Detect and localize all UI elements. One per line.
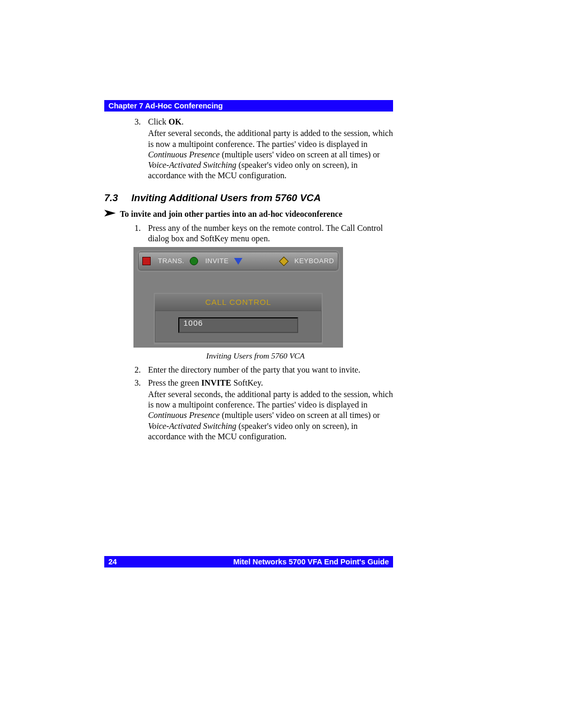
paragraph: After several seconds, the additional pa… [148, 389, 393, 442]
paragraph: After several seconds, the additional pa… [148, 128, 393, 181]
item-number: 3. [134, 378, 148, 442]
text: After several seconds, the additional pa… [148, 129, 393, 149]
section-number: 7.3 [104, 192, 131, 204]
procedure-list: 1. Press any of the number keys on the r… [104, 223, 393, 442]
chapter-header: Chapter 7 Ad-Hoc Conferencing [104, 100, 393, 112]
call-control-body: 1006 [155, 311, 322, 342]
text: . [181, 117, 183, 127]
svg-marker-0 [104, 210, 116, 217]
chapter-label: Chapter 7 Ad-Hoc Conferencing [108, 102, 223, 110]
term: Continuous Presence [148, 150, 219, 159]
figure: TRANS. INVITE KEYBOARD CALL CONTROL 1006 [133, 247, 393, 361]
figure-gap [137, 272, 340, 293]
item-number: 1. [134, 223, 148, 244]
blue-triangle-icon [234, 258, 242, 265]
page-footer: 24 Mitel Networks 5700 VFA End Point's G… [104, 556, 393, 567]
keyboard-button[interactable]: KEYBOARD [295, 257, 334, 265]
text: (multiple users' video on screen at all … [219, 411, 380, 420]
term: Voice-Activated Switching [148, 422, 236, 431]
invite-button[interactable]: INVITE [205, 257, 229, 265]
invite-label: INVITE [201, 378, 231, 388]
list-item: 3. Click OK. After several seconds, the … [134, 117, 393, 181]
trans-button[interactable]: TRANS. [158, 257, 185, 265]
red-square-icon [142, 257, 151, 265]
softkey-menu: TRANS. INVITE KEYBOARD [137, 250, 340, 272]
green-circle-icon [190, 257, 198, 265]
page-number: 24 [108, 556, 117, 567]
item-body: Press the green INVITE SoftKey. After se… [148, 378, 393, 442]
item-number: 3. [134, 117, 148, 181]
call-control-panel: CALL CONTROL 1006 [154, 293, 323, 344]
call-control-title: CALL CONTROL [155, 294, 322, 311]
call-control-input[interactable]: 1006 [178, 317, 298, 333]
text: Press the green [148, 378, 201, 388]
continued-list: 3. Click OK. After several seconds, the … [104, 117, 393, 181]
ok-label: OK [168, 117, 181, 127]
text: SoftKey. [231, 378, 263, 388]
term: Continuous Presence [148, 411, 219, 420]
text: After several seconds, the additional pa… [148, 390, 393, 410]
page-content: 3. Click OK. After several seconds, the … [104, 117, 393, 442]
list-item: 2. Enter the directory number of the par… [134, 365, 393, 375]
text: Click [148, 117, 168, 127]
term: Voice-Activated Switching [148, 161, 236, 170]
text: (multiple users' video on screen at all … [219, 150, 380, 159]
subheading: To invite and join other parties into an… [120, 209, 342, 219]
list-item: 1. Press any of the number keys on the r… [134, 223, 393, 244]
figure-frame: TRANS. INVITE KEYBOARD CALL CONTROL 1006 [133, 247, 343, 348]
item-body: Enter the directory number of the party … [148, 365, 393, 375]
section-heading: 7.3 Inviting Additional Users from 5760 … [104, 192, 393, 204]
item-body: Press any of the number keys on the remo… [148, 223, 393, 244]
section-title: Inviting Additional Users from 5760 VCA [131, 192, 321, 204]
subheading-row: To invite and join other parties into an… [104, 208, 393, 219]
document-page: Chapter 7 Ad-Hoc Conferencing 3. Click O… [104, 100, 393, 444]
guide-title: Mitel Networks 5700 VFA End Point's Guid… [233, 556, 389, 567]
list-item: 3. Press the green INVITE SoftKey. After… [134, 378, 393, 442]
yellow-diamond-icon [279, 256, 288, 266]
item-body: Click OK. After several seconds, the add… [148, 117, 393, 181]
arrow-icon [104, 208, 120, 219]
figure-caption: Inviting Users from 5760 VCA [118, 351, 393, 361]
item-number: 2. [134, 365, 148, 375]
